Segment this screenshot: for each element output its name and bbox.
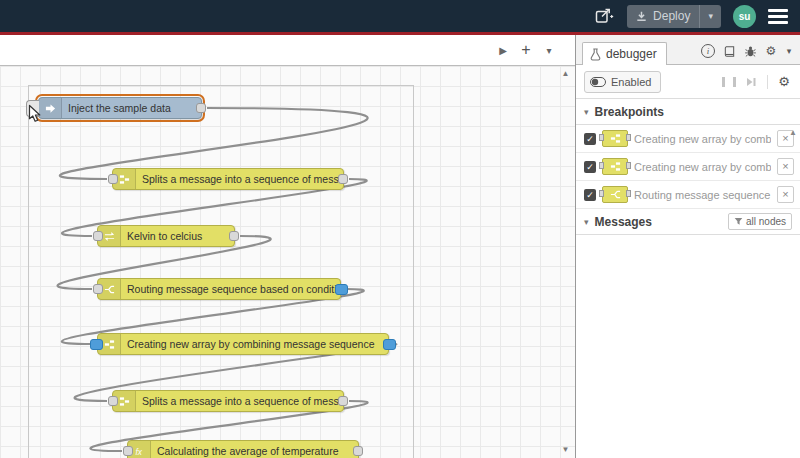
info-icon: i	[701, 44, 715, 58]
breakpoint-checkbox[interactable]: ✓	[584, 133, 596, 145]
breakpoint-checkbox[interactable]: ✓	[584, 161, 596, 173]
node-label: Kelvin to celcius	[121, 230, 210, 242]
node-port-out[interactable]	[229, 231, 239, 241]
breakpoint-label: Creating new array by combining message …	[634, 161, 771, 173]
flow-node-join[interactable]: Creating new array by combining message …	[97, 333, 389, 355]
user-avatar[interactable]: su	[733, 5, 756, 28]
debugger-settings-button[interactable]: ⚙	[776, 74, 792, 90]
node-port-out-breakpoint[interactable]	[383, 339, 396, 350]
step-button[interactable]	[743, 74, 759, 90]
pause-button[interactable]	[721, 74, 737, 90]
deploy-icon	[627, 10, 651, 23]
tab-scroll-right-button[interactable]: ▶	[493, 39, 513, 61]
node-port-out[interactable]	[338, 396, 348, 406]
messages-empty-area	[576, 235, 800, 375]
debugger-flask-icon	[590, 48, 601, 61]
pause-icon	[722, 77, 736, 87]
docs-icon-button[interactable]	[720, 43, 738, 59]
collapse-chevron-icon: ▾	[584, 107, 589, 117]
breakpoint-row: ✓Routing message sequence based on condi…	[576, 181, 800, 209]
canvas-scrollbar[interactable]: ▲ ▼	[559, 68, 572, 456]
messages-title: Messages	[595, 215, 652, 229]
switch-node-chip-icon	[602, 186, 628, 203]
step-forward-icon	[746, 77, 756, 87]
node-port-out[interactable]	[353, 446, 363, 456]
tab-debugger[interactable]: debugger	[582, 42, 667, 65]
workspace: ▶ + ▾ Inject the sample dataSplits a mes…	[0, 35, 575, 458]
main-menu-button[interactable]	[768, 9, 788, 24]
join-node-chip-icon	[602, 130, 628, 147]
flow-node-split[interactable]: Splits a message into a sequence of mess…	[112, 168, 344, 190]
scroll-down-icon[interactable]: ▼	[562, 444, 570, 456]
flow-canvas[interactable]: Inject the sample dataSplits a message i…	[0, 66, 575, 458]
toggle-icon	[590, 77, 606, 87]
remove-breakpoint-button[interactable]: ×	[777, 158, 794, 175]
remove-breakpoint-button[interactable]: ×	[777, 186, 794, 203]
breakpoint-label: Routing message sequence based on condit…	[634, 189, 771, 201]
node-label: Splits a message into a sequence of mess…	[136, 395, 343, 407]
flow-node-split[interactable]: Splits a message into a sequence of mess…	[112, 390, 344, 412]
deploy-label: Deploy	[651, 9, 699, 23]
bug-icon-button[interactable]	[741, 43, 759, 59]
toolbar-divider	[767, 75, 768, 89]
main-area: ▶ + ▾ Inject the sample dataSplits a mes…	[0, 35, 800, 458]
breakpoint-row: ✓Creating new array by combining message…	[576, 153, 800, 181]
node-port-out[interactable]	[196, 103, 206, 113]
debugger-toolbar: Enabled ⚙	[576, 65, 800, 99]
node-port-in[interactable]	[93, 284, 103, 294]
sidebar-tab-icons: i	[699, 43, 800, 64]
messages-header[interactable]: ▾ Messages all nodes	[576, 209, 800, 235]
flow-list-chevron[interactable]: ▾	[539, 39, 559, 61]
breakpoints-section: ▾ Breakpoints ✓Creating new array by com…	[576, 99, 800, 209]
deploy-button[interactable]: Deploy ▾	[627, 5, 721, 28]
debugger-controls: ⚙	[721, 74, 792, 90]
node-port-out-breakpoint[interactable]	[335, 284, 348, 295]
deploy-options-chevron[interactable]: ▾	[699, 5, 721, 28]
breakpoints-header[interactable]: ▾ Breakpoints	[576, 99, 800, 125]
node-label: Splits a message into a sequence of mess…	[136, 173, 343, 185]
export-sparkle-icon	[593, 5, 615, 27]
info-icon-button[interactable]: i	[699, 43, 717, 59]
svg-text:fx: fx	[135, 447, 142, 456]
flow-node-change[interactable]: Kelvin to celcius	[97, 225, 235, 247]
debugger-enabled-toggle[interactable]: Enabled	[584, 71, 661, 93]
tab-label: debugger	[606, 47, 657, 61]
scroll-up-icon[interactable]: ▲	[562, 68, 570, 80]
node-label: Creating new array by combining message …	[121, 338, 382, 350]
inject-trigger-button[interactable]	[26, 100, 39, 117]
flow-node-function[interactable]: fxCalculating the average of temperature	[127, 440, 359, 458]
node-port-in[interactable]	[93, 231, 103, 241]
messages-filter-button[interactable]: all nodes	[728, 213, 792, 230]
node-port-in[interactable]	[108, 396, 118, 406]
join-node-chip-icon	[602, 158, 628, 175]
funnel-icon	[734, 217, 743, 226]
add-flow-button[interactable]: +	[516, 39, 536, 61]
messages-section: ▾ Messages all nodes	[576, 209, 800, 375]
breakpoints-list: ✓Creating new array by combining message…	[576, 125, 800, 209]
node-port-in[interactable]	[108, 174, 118, 184]
inject-icon	[39, 98, 62, 118]
node-port-in[interactable]	[123, 446, 133, 456]
node-label: Routing message sequence based on condit…	[121, 283, 340, 295]
node-port-in-breakpoint[interactable]	[90, 339, 103, 350]
flow-node-inject[interactable]: Inject the sample data	[38, 97, 202, 119]
node-label: Calculating the average of temperature	[151, 445, 347, 457]
breakpoint-label: Creating new array by combining message …	[634, 133, 771, 145]
list-scroll-up-icon[interactable]: ▲	[789, 128, 797, 137]
sidebar-tabbar: debugger i	[576, 35, 800, 65]
node-port-out[interactable]	[338, 174, 348, 184]
book-icon	[723, 45, 736, 58]
collapse-chevron-icon: ▾	[584, 217, 589, 227]
menu-bar	[768, 15, 788, 18]
export-flows-button[interactable]	[593, 5, 615, 27]
sidebar-options-chevron[interactable]: ▾	[783, 43, 795, 59]
workspace-tabbar: ▶ + ▾	[0, 35, 575, 66]
header: Deploy ▾ su	[0, 0, 800, 32]
flow-node-switch[interactable]: Routing message sequence based on condit…	[97, 278, 341, 300]
breakpoint-checkbox[interactable]: ✓	[584, 189, 596, 201]
breakpoints-title: Breakpoints	[595, 105, 664, 119]
menu-bar	[768, 21, 788, 24]
menu-bar	[768, 9, 788, 12]
settings-gear-button[interactable]: ⚙	[762, 43, 780, 59]
filter-label: all nodes	[746, 216, 786, 227]
